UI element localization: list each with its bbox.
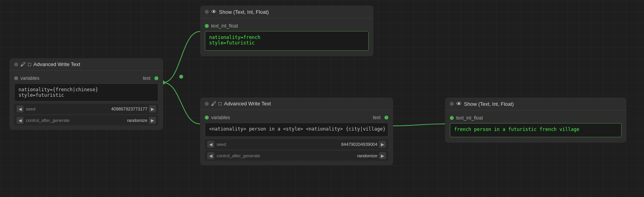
control-next-btn-bottom[interactable]: ▶	[379, 152, 386, 159]
variables-port-row: variables text	[14, 75, 158, 81]
seed-prev-btn-bottom[interactable]: ◀	[207, 141, 214, 148]
text-int-float-port-row-top: text_int_float	[205, 23, 369, 29]
text-int-float-port-row-right: text_int_float	[450, 115, 622, 121]
control-prev-btn-left[interactable]: ◀	[17, 117, 24, 124]
node-header-show-top: 👁 Show (Text, Int, Float)	[200, 6, 373, 18]
display-line1: nationality=french	[209, 35, 364, 40]
seed-next-btn-left[interactable]: ▶	[149, 105, 156, 112]
box-icon-bottom: □	[219, 101, 222, 107]
text-int-float-port-dot-right	[450, 116, 454, 120]
seed-param-row-bottom: ◀ seed 844790204939004 ▶	[205, 139, 388, 149]
node-header-awt-left: 🖊 □ Advanced Write Text	[9, 58, 163, 71]
box-icon: □	[28, 61, 31, 67]
seed-param-row-left: ◀ seed 409867923773177 ▶	[14, 104, 158, 114]
node-title-show-top: Show (Text, Int, Float)	[219, 9, 269, 15]
control-label-left: control_after_generate	[26, 118, 70, 123]
text-port-dot-bottom	[384, 116, 388, 120]
text-port-dot	[154, 76, 158, 80]
pencil-icon: 🖊	[20, 61, 26, 67]
node-title-awt-bottom: Advanced Write Text	[224, 101, 271, 107]
status-dot-show-top	[205, 10, 209, 14]
text-int-float-label-right: text_int_float	[456, 115, 483, 121]
display-box-show-top: nationality=french style=futuristic	[205, 31, 369, 51]
text-label-right: text	[143, 75, 150, 81]
node-title-awt-left: Advanced Write Text	[33, 61, 80, 67]
variables-port-dot-bottom	[205, 116, 209, 120]
node-advanced-write-text-left: 🖊 □ Advanced Write Text variables text n…	[9, 58, 163, 130]
text-int-float-label-top: text_int_float	[211, 23, 238, 29]
node-title-show-right: Show (Text, Int, Float)	[464, 101, 514, 107]
control-next-btn-left[interactable]: ▶	[149, 117, 156, 124]
eye-icon-show-right: 👁	[456, 101, 462, 107]
svg-point-1	[179, 75, 183, 79]
control-param-row-bottom: ◀ control_after_generate randomize ▶	[205, 151, 388, 161]
status-dot-awt-bottom	[205, 102, 209, 106]
variables-port-dot	[14, 76, 18, 80]
control-param-row-left: ◀ control_after_generate randomize ▶	[14, 115, 158, 125]
node-advanced-write-text-bottom: 🖊 □ Advanced Write Text variables text <…	[200, 98, 393, 165]
node-show-right: 👁 Show (Text, Int, Float) text_int_float…	[445, 98, 626, 143]
variables-label: variables	[20, 75, 39, 81]
status-dot	[14, 63, 18, 66]
output-text-box-right: french person in a futuristic french vil…	[450, 123, 622, 137]
seed-value-left: 409867923773177	[38, 107, 147, 111]
eye-icon-show-top: 👁	[211, 9, 217, 15]
control-prev-btn-bottom[interactable]: ◀	[207, 152, 214, 159]
display-line2: style=futuristic	[209, 40, 364, 46]
seed-prev-btn-left[interactable]: ◀	[17, 105, 24, 112]
node-header-awt-bottom: 🖊 □ Advanced Write Text	[200, 98, 393, 110]
node-show-top: 👁 Show (Text, Int, Float) text_int_float…	[200, 6, 373, 56]
seed-next-btn-bottom[interactable]: ▶	[379, 141, 386, 148]
control-value-bottom: randomize	[263, 153, 377, 158]
control-value-left: randomize	[72, 118, 147, 123]
text-label-right-bottom: text	[373, 115, 380, 120]
node-header-show-right: 👁 Show (Text, Int, Float)	[445, 98, 626, 110]
seed-label-bottom: seed	[217, 142, 226, 147]
text-int-float-port-dot-top	[205, 24, 209, 28]
variables-port-row-bottom: variables text	[205, 115, 388, 120]
status-dot-show-right	[450, 102, 454, 106]
code-content-awt-bottom[interactable]: <nationality> person in a <style> <natio…	[205, 123, 388, 137]
code-content-awt-left[interactable]: nationality={french|chinese} style=futur…	[14, 83, 158, 101]
seed-label-left: seed	[26, 107, 35, 111]
variables-label-bottom: variables	[211, 115, 230, 120]
seed-value-bottom: 844790204939004	[228, 142, 377, 147]
control-label-bottom: control_after_generate	[217, 153, 260, 158]
pencil-icon-bottom: 🖊	[211, 101, 216, 107]
